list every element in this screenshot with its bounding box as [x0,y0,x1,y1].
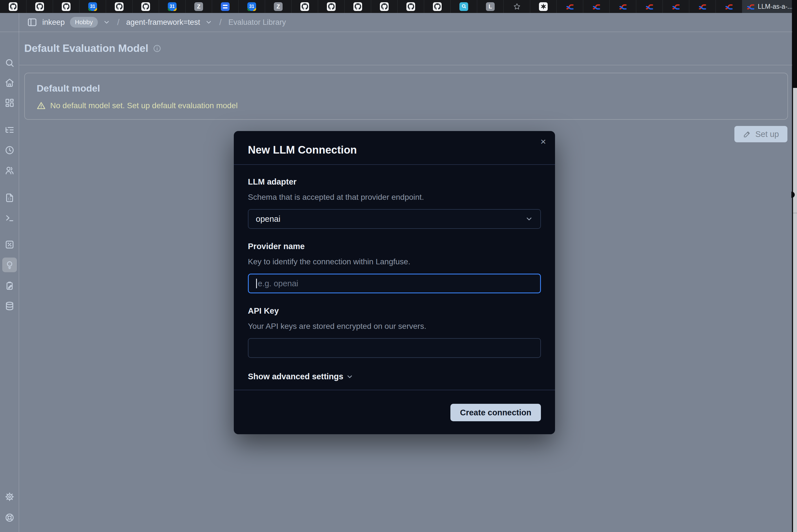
browser-tab[interactable] [583,0,610,13]
provider-name-description: Key to identify the connection within La… [248,257,541,266]
chevron-down-icon [346,373,354,380]
sidebar-item-sessions[interactable] [2,143,17,157]
browser-tab[interactable] [292,0,318,13]
new-llm-connection-dialog: New LLM Connection × LLM adapter Schema … [234,131,555,434]
browser-tab[interactable] [610,0,636,13]
breadcrumb-separator: / [115,17,121,27]
breadcrumb: inkeep Hobby / agent-framework=test / Ev… [0,13,793,32]
browser-tab[interactable] [345,0,371,13]
sidebar-item-tracing[interactable] [2,122,17,137]
browser-tab[interactable] [451,0,477,13]
zed-icon: Z [274,2,283,11]
background-window-edge-light [792,88,797,532]
browser-tab[interactable] [398,0,424,13]
browser-tab[interactable] [636,0,663,13]
playground-icon [5,213,14,223]
settings-icon [5,492,14,501]
langfuse-icon [592,2,601,11]
tracing-icon [5,125,14,135]
warning-text: No default model set. Set up default eva… [50,101,238,110]
github-icon [9,2,17,11]
browser-tab[interactable]: Z [185,0,212,13]
browser-tab[interactable]: 31 [79,0,106,13]
langfuse-icon [645,2,654,11]
sidebar-item-evals[interactable] [2,237,17,252]
sidebar-item-dashboards[interactable] [2,96,17,110]
close-icon[interactable]: × [540,137,546,146]
sidebar: {} [0,13,19,532]
browser-tab[interactable] [318,0,345,13]
sidebar-item-settings[interactable] [2,490,17,504]
info-icon[interactable] [153,44,161,53]
create-connection-button[interactable]: Create connection [450,404,541,421]
calendar-icon: 31 [247,2,256,11]
browser-tab[interactable] [504,0,530,13]
sidebar-item-prompts[interactable]: {} [2,190,17,205]
browser-tab[interactable] [663,0,689,13]
llm-adapter-value: openai [256,214,280,224]
sidebar-item-datasets[interactable] [2,299,17,314]
chevron-down-icon[interactable] [103,19,110,26]
browser-tab[interactable] [53,0,79,13]
sidebar-item-search[interactable] [2,56,17,70]
browser-tab[interactable] [0,0,26,13]
github-icon [433,2,442,11]
calendar-icon: 31 [88,2,97,11]
sidebar-item-annotation-queues[interactable] [2,279,17,293]
chevron-down-icon [525,215,533,223]
browser-tab[interactable] [716,0,742,13]
breadcrumb-project[interactable]: agent-framework=test [126,18,200,27]
openai-icon [539,2,548,11]
prompts-icon: {} [5,193,14,203]
llm-adapter-select[interactable]: openai [248,209,541,229]
provider-name-input[interactable]: e.g. openai [248,273,541,293]
provider-name-section: Provider name Key to identify the connec… [248,242,541,293]
github-icon [406,2,415,11]
sidebar-item-playground[interactable] [2,211,17,225]
browser-tab[interactable] [424,0,451,13]
dashboards-icon [5,98,14,108]
sidebar-toggle-icon[interactable] [27,17,37,27]
sidebar-item-users[interactable] [2,163,17,178]
l-app-icon: L [486,2,495,11]
browser-tab[interactable] [371,0,398,13]
docs-icon [221,2,230,11]
browser-tab-active[interactable]: LLM-as-a-... [742,0,797,13]
calendar-icon: 31 [168,2,177,11]
browser-tab[interactable] [530,0,557,13]
browser-tab[interactable] [106,0,132,13]
sessions-icon [5,146,14,155]
browser-tab[interactable]: 31 [159,0,185,13]
text-cursor [256,279,257,288]
browser-tab[interactable] [689,0,716,13]
dialog-header: New LLM Connection × [234,131,555,165]
langfuse-icon [565,2,574,11]
advanced-toggle-label: Show advanced settings [248,372,343,381]
set-up-label: Set up [755,130,779,139]
llm-adapter-label: LLM adapter [248,177,541,187]
github-icon [141,2,150,11]
sidebar-item-support[interactable] [2,510,17,525]
sidebar-item-evaluator-library[interactable] [2,258,17,272]
set-up-button[interactable]: Set up [735,126,787,142]
api-key-description: Your API keys are stored encrypted on ou… [248,322,541,331]
github-icon [35,2,44,11]
provider-name-placeholder: e.g. openai [258,279,298,288]
browser-tab[interactable] [212,0,239,13]
browser-tab[interactable]: Z [265,0,292,13]
browser-tab[interactable]: 31 [239,0,265,13]
browser-tab[interactable] [132,0,159,13]
show-advanced-settings-toggle[interactable]: Show advanced settings [248,372,354,381]
background-window-divider [793,213,797,213]
breadcrumb-org[interactable]: inkeep [42,18,65,27]
chevron-down-icon[interactable] [205,19,212,26]
browser-tab[interactable] [557,0,583,13]
api-key-input[interactable] [248,338,541,358]
browser-tab[interactable] [26,0,53,13]
plan-badge: Hobby [70,17,98,27]
dialog-title: New LLM Connection [248,144,357,156]
sidebar-item-home[interactable] [2,75,17,90]
langfuse-icon [618,2,627,11]
langfuse-icon [671,2,680,11]
browser-tab[interactable]: L [477,0,504,13]
